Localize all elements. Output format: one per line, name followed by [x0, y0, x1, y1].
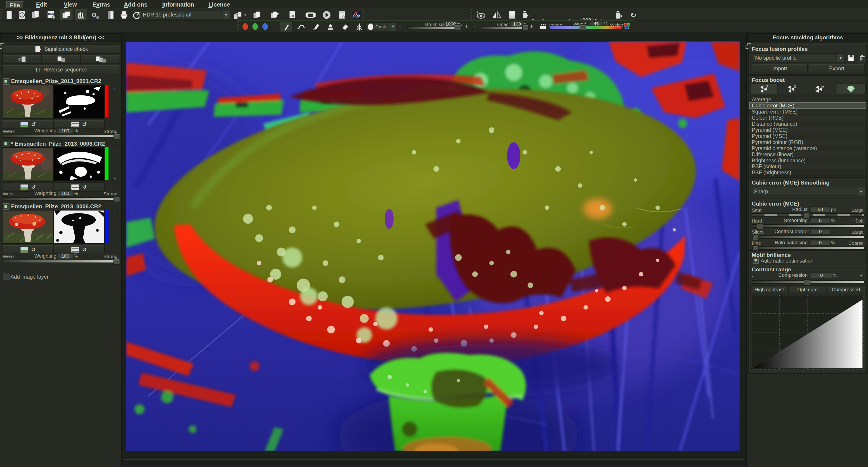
- algorithm-item[interactable]: PSF (colour): [749, 163, 866, 169]
- layer-move-up-button[interactable]: ↑: [110, 210, 120, 218]
- report-button[interactable]: [336, 9, 349, 21]
- brush-size-minus[interactable]: -: [399, 23, 401, 30]
- view-single-button[interactable]: ↺: [2, 55, 41, 63]
- brush-size-slider-thumb[interactable]: [455, 24, 461, 31]
- compare-flip-button[interactable]: [489, 9, 505, 21]
- layer-weighting-field[interactable]: 100: [57, 190, 73, 197]
- algorithm-item[interactable]: Brightness (luminance): [749, 157, 866, 164]
- opacity-minus[interactable]: -: [474, 23, 476, 30]
- smoothing-slider[interactable]: [752, 224, 865, 228]
- algorithm-item[interactable]: Pyramid distance (variance): [749, 145, 866, 151]
- profile-dropdown[interactable]: No specific profile ▼: [752, 53, 845, 63]
- algorithm-item[interactable]: Distance (variance): [749, 121, 866, 127]
- algorithm-item[interactable]: Pyramid (MCE): [749, 127, 866, 133]
- layer-show-image-button[interactable]: ↺: [3, 182, 54, 192]
- menu-view[interactable]: View: [61, 1, 79, 7]
- link-images-button[interactable]: ▼: [231, 9, 248, 21]
- algorithm-item[interactable]: Average: [749, 96, 866, 103]
- reload-document-button[interactable]: ↺: [286, 9, 299, 21]
- image-sequence-button[interactable]: [60, 9, 73, 21]
- layer-move-up-button[interactable]: ↑: [110, 85, 120, 93]
- mode-dropdown[interactable]: HDR 10 professional ▼: [140, 10, 230, 20]
- knife-tool-button[interactable]: [310, 21, 322, 32]
- automatic-optimisation-checkbox[interactable]: [753, 258, 759, 264]
- compression-slider-thumb[interactable]: [804, 279, 810, 285]
- layer-weighting-field[interactable]: 100: [57, 127, 73, 134]
- layer-enabled-checkbox[interactable]: [3, 141, 9, 147]
- compression-slider[interactable]: [752, 280, 865, 284]
- layer-move-up-button[interactable]: ↑: [110, 147, 120, 155]
- menu-edit[interactable]: Edit: [33, 1, 50, 7]
- layer-weighting-thumb[interactable]: [114, 133, 120, 139]
- weighting-slider-thumb[interactable]: [580, 24, 586, 31]
- add-image-layer-checkbox[interactable]: [3, 274, 9, 280]
- menu-add-ons[interactable]: Add-ons: [123, 1, 149, 7]
- weights-palette-button[interactable]: [623, 22, 631, 30]
- import-button[interactable]: Import: [752, 64, 808, 73]
- chevron-down-icon[interactable]: ▼: [836, 54, 844, 62]
- paint-red-button[interactable]: [240, 22, 250, 32]
- menu-extras[interactable]: Extras: [90, 1, 112, 7]
- compressed-button[interactable]: Compressed: [827, 285, 865, 294]
- opacity-slider-thumb[interactable]: [522, 24, 528, 31]
- zoom-in-button[interactable]: [611, 9, 626, 21]
- algorithm-item[interactable]: Colour (RGB): [749, 115, 866, 121]
- view-double-button[interactable]: [41, 55, 81, 63]
- copy-documents-button[interactable]: [29, 9, 42, 21]
- halo-balancing-field[interactable]: 0: [810, 239, 831, 246]
- layer-show-image-button[interactable]: ↺: [3, 120, 54, 129]
- play-button[interactable]: [320, 9, 333, 21]
- compression-field[interactable]: 0: [810, 272, 833, 279]
- layer-weighting-thumb[interactable]: [114, 196, 120, 202]
- eraser-tool-button[interactable]: [339, 21, 351, 32]
- stamp-tool-button[interactable]: [324, 21, 337, 32]
- original-view-button[interactable]: [506, 9, 518, 21]
- layer-move-down-button[interactable]: ↓: [110, 173, 120, 181]
- brush-tool-button[interactable]: [280, 21, 293, 32]
- chevron-down-icon[interactable]: ▼: [222, 10, 230, 19]
- algorithm-item[interactable]: Difference (linear): [749, 151, 866, 157]
- frame-crop-button[interactable]: [303, 9, 318, 21]
- layer-weighting-slider[interactable]: [3, 260, 120, 263]
- paint-green-button[interactable]: [250, 22, 260, 32]
- layer-weighting-thumb[interactable]: [114, 258, 120, 264]
- algorithm-item-selected[interactable]: Cubic error (MCE): [749, 103, 866, 109]
- layer-move-down-button[interactable]: ↓: [110, 235, 120, 244]
- halo-balancing-slider[interactable]: [752, 246, 865, 250]
- opacity-plus[interactable]: +: [530, 23, 533, 29]
- smoothing-slider-thumb[interactable]: [757, 223, 763, 229]
- menu-information[interactable]: Information: [162, 1, 195, 7]
- edit-stack-button[interactable]: [268, 9, 281, 21]
- algorithm-item[interactable]: Square error (MSE): [749, 109, 866, 115]
- curve-tool-button[interactable]: [295, 21, 307, 32]
- save-profile-button[interactable]: [846, 53, 856, 63]
- zoom-fit-button[interactable]: [519, 9, 530, 21]
- layer-mask-thumbnail[interactable]: [54, 210, 105, 243]
- delete-profile-button[interactable]: [857, 53, 867, 63]
- layer-photo-thumbnail[interactable]: [3, 210, 54, 243]
- compression-minus[interactable]: -: [752, 273, 753, 279]
- boost-infinity-button[interactable]: ∞: [805, 83, 833, 94]
- boost-cubed-button[interactable]: 3: [778, 83, 805, 94]
- layer-photo-thumbnail[interactable]: [3, 147, 54, 181]
- brush-size-slider[interactable]: [407, 26, 460, 29]
- settings-button[interactable]: ⚙⚙: [89, 9, 103, 21]
- contrast-border-field[interactable]: 0: [810, 228, 831, 235]
- split-document-button[interactable]: [104, 9, 117, 21]
- preview-eye-button[interactable]: [474, 9, 488, 21]
- layer-mask-thumbnail[interactable]: [54, 147, 105, 181]
- boost-brilliance-button[interactable]: [836, 83, 866, 94]
- layer-move-down-button[interactable]: ↓: [110, 110, 120, 118]
- canvas-image[interactable]: [126, 41, 739, 451]
- layer-weighting-slider[interactable]: [3, 135, 120, 138]
- spray-tool-button[interactable]: [353, 21, 365, 32]
- histogram-button[interactable]: [350, 9, 363, 21]
- algorithm-item[interactable]: PSF (brightness): [749, 169, 866, 175]
- algorithm-item[interactable]: Pyramid (MSE): [749, 133, 866, 139]
- radius-field[interactable]: 50: [810, 206, 831, 212]
- image-mode-button[interactable]: [539, 22, 547, 30]
- edit-brushes-button[interactable]: [74, 9, 88, 21]
- menu-file[interactable]: File: [6, 1, 24, 8]
- compression-plus[interactable]: +: [860, 273, 863, 279]
- algorithm-item[interactable]: Pyramid colour (RGB): [749, 139, 866, 145]
